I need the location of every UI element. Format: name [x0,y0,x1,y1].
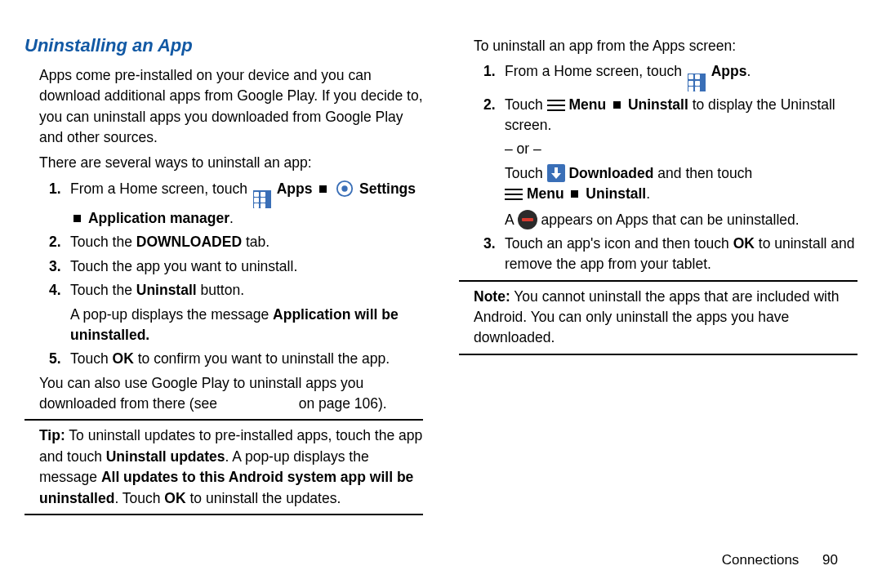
apps-label: Apps [711,63,747,79]
note-text: A pop-up displays the message [70,306,273,323]
divider [459,280,858,282]
step-text: button. [197,282,244,298]
period: . [746,63,751,79]
page: Uninstalling an App Apps come pre-instal… [0,0,882,520]
arrow-icon [319,185,327,193]
intro-paragraph-2: There are several ways to uninstall an a… [39,153,423,173]
right-step-2: 2. Touch Menu Uninstall to display the U… [483,95,858,230]
step-number: 2. [483,95,496,115]
footer-section: Connections [722,552,800,568]
ok-label: OK [113,350,134,367]
step-text: From a Home screen, touch [70,180,252,197]
right-steps: 1. From a Home screen, touch Apps. 2. To… [483,61,858,274]
divider [459,354,858,355]
note-label: Note: [474,288,510,305]
download-icon [547,164,565,182]
right-intro: To uninstall an app from the Apps screen… [474,36,858,56]
uninstall-button-label: Uninstall [136,282,197,298]
tip-paragraph: Tip: To uninstall updates to pre-install… [39,425,423,509]
arrow-icon [74,215,81,222]
note-paragraph: Note: You cannot uninstall the apps that… [474,287,858,349]
downloaded-tab-label: DOWNLOADED [136,234,242,250]
step-text: Touch the [70,234,136,250]
step-text: From a Home screen, touch [505,63,686,79]
step-text: Touch [70,350,113,367]
step-text: Touch the app you want to uninstall. [70,258,297,274]
step-text: tab. [242,234,270,250]
intro-paragraph: Apps come pre-installed on your device a… [39,65,423,149]
divider [24,419,423,421]
step-number: 4. [49,280,61,301]
left-steps: 1. From a Home screen, touch Apps Settin… [49,179,423,370]
step-text: Touch [505,96,547,113]
step-number: 5. [49,349,61,369]
period: . [646,185,650,202]
tip-label: Tip: [39,427,65,443]
downloaded-label: Downloaded [568,165,653,181]
step-number: 2. [49,232,61,252]
tip-text: . Touch [114,490,164,506]
svg-point-1 [341,185,347,191]
left-column: Uninstalling an App Apps come pre-instal… [24,24,423,520]
apps-icon [253,190,271,208]
step-number: 1. [49,179,61,199]
step4-note: A pop-up displays the message Applicatio… [70,305,423,346]
apps-label: Apps [277,180,317,197]
remove-icon [518,210,537,229]
period: . [229,210,234,226]
section-heading: Uninstalling an App [24,33,423,59]
alt-line: Touch Downloaded and then touch Menu Uni… [505,163,858,205]
gplay-paragraph: You can also use Google Play to uninstal… [39,373,423,415]
arrow-icon [571,190,578,198]
apps-icon [688,74,706,91]
menu-icon [547,100,565,111]
alt-text: Touch [505,165,547,181]
or-line: – or – [505,139,858,159]
note-text: You cannot uninstall the apps that are i… [474,288,840,346]
settings-label: Settings [359,180,416,197]
gplay-text-b: on page 106). [299,395,387,412]
ok-label: OK [733,235,755,252]
appears-line: A appears on Apps that can be uninstalle… [505,210,858,230]
left-step-2: 2. Touch the DOWNLOADED tab. [49,232,423,252]
right-column: To uninstall an app from the Apps screen… [459,24,858,520]
tip-text: to uninstall the updates. [186,490,341,506]
right-step-3: 3. Touch an app's icon and then touch OK… [483,234,858,275]
left-step-5: 5. Touch OK to confirm you want to unins… [49,349,423,369]
step-text: to confirm you want to uninstall the app… [134,350,390,367]
footer-page-number: 90 [822,552,838,568]
menu-label: Menu [568,96,610,113]
settings-icon [336,180,354,198]
step-text: Touch an app's icon and then touch [505,235,733,252]
app-manager-label: Application manager [88,210,229,226]
right-step-1: 1. From a Home screen, touch Apps. [483,61,858,91]
left-step-1: 1. From a Home screen, touch Apps Settin… [49,179,423,229]
alt-text: and then touch [657,165,752,181]
uninstall-label: Uninstall [628,96,688,113]
uninstall-label: Uninstall [586,185,646,202]
appears-b: appears on Apps that can be uninstalled. [541,212,799,228]
menu-icon [505,189,523,200]
step-text: Touch the [70,282,136,298]
step-number: 3. [483,234,496,254]
arrow-icon [613,101,621,109]
ok-label: OK [164,490,185,506]
menu-label: Menu [527,185,568,202]
step-number: 3. [49,256,61,277]
step-number: 1. [483,61,496,82]
appears-a: A [505,212,518,228]
uninstall-updates-label: Uninstall updates [106,448,225,465]
divider [24,514,423,515]
left-step-4: 4. Touch the Uninstall button. A pop-up … [49,280,423,345]
page-footer: Connections 90 [722,552,838,568]
left-step-3: 3. Touch the app you want to uninstall. [49,256,423,277]
